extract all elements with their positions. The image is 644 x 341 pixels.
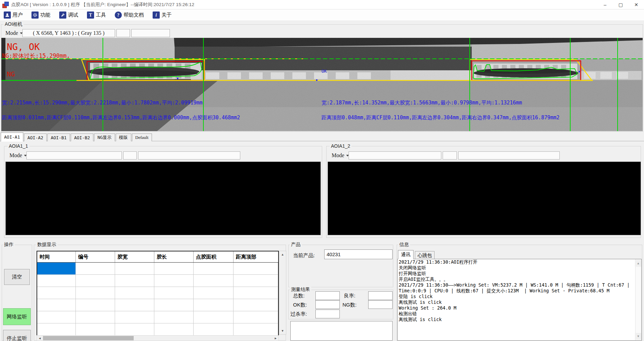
- table-cell[interactable]: [194, 323, 234, 336]
- table-cell[interactable]: [115, 287, 154, 299]
- panel-left-image-view[interactable]: [5, 162, 321, 235]
- total-count-field[interactable]: [315, 291, 340, 300]
- table-cell[interactable]: [76, 323, 115, 336]
- ok-count-field[interactable]: [315, 300, 340, 309]
- table-cell[interactable]: [76, 311, 115, 323]
- toolbar-item-function[interactable]: 功能: [30, 10, 51, 20]
- yield-rate-field[interactable]: [368, 291, 393, 300]
- table-cell[interactable]: [37, 299, 76, 311]
- app-window: { "window": { "title": "点胶AOI [ Version …: [0, 0, 644, 341]
- table-cell[interactable]: [37, 323, 76, 336]
- data-table: 时间 编号 胶宽 胶长 点胶面积 距离顶部: [37, 251, 279, 336]
- table-cell[interactable]: [234, 263, 278, 275]
- table-cell[interactable]: [234, 323, 278, 336]
- tab-aoi-a1[interactable]: AOI-A1: [1, 132, 23, 142]
- tab-comm[interactable]: 通讯: [398, 250, 414, 259]
- toolbar-item-help[interactable]: ? 帮助文档: [114, 10, 145, 20]
- operation-group-label: 操作: [3, 242, 15, 248]
- table-cell[interactable]: [37, 311, 76, 323]
- window-controls: – ▢ ✕: [597, 0, 644, 9]
- table-cell[interactable]: [154, 299, 194, 311]
- table-cell[interactable]: [194, 311, 234, 323]
- comm-log[interactable]: 2021/7/29 11:36:30:AOI程序打开 关闭网络监听 打开网络监听…: [397, 259, 642, 341]
- toolbar-item-debug[interactable]: 调试: [58, 10, 79, 20]
- panel-right-mode-dropdown[interactable]: Mode: [330, 151, 351, 160]
- tab-template[interactable]: 模版: [116, 133, 131, 141]
- column-header-glue-area[interactable]: 点胶面积: [194, 251, 234, 262]
- table-cell[interactable]: [115, 275, 154, 287]
- column-header-time[interactable]: 时间: [37, 251, 76, 262]
- panel-right-image-view[interactable]: [328, 162, 641, 235]
- table-cell[interactable]: [115, 299, 154, 311]
- scroll-up-icon[interactable]: ▲: [635, 260, 642, 267]
- user-icon: [4, 11, 11, 19]
- scroll-right-icon[interactable]: ►: [273, 336, 279, 341]
- panel-right-label: AOIA1_2: [330, 143, 352, 149]
- column-header-distance-top[interactable]: 距离顶部: [234, 251, 278, 262]
- camera-image[interactable]: NG, OK NG:胶体过长:15.290mm, NG OK 宽:2.215mm…: [1, 38, 643, 131]
- table-cell[interactable]: [154, 263, 194, 275]
- tab-aoi-a2[interactable]: AOI-A2: [24, 133, 47, 141]
- table-cell[interactable]: [154, 287, 194, 299]
- info-group-label: 信息: [398, 242, 410, 248]
- scroll-up-icon[interactable]: ▲: [279, 251, 286, 258]
- column-header-glue-length[interactable]: 胶长: [154, 251, 194, 262]
- scrollbar-thumb[interactable]: [43, 336, 134, 340]
- log-line: 检测出错: [398, 311, 641, 317]
- toolbar-item-about[interactable]: i 关于: [152, 10, 173, 20]
- stop-listen-button[interactable]: 停止监听: [3, 330, 31, 341]
- log-line: 离线测试 is click: [398, 299, 641, 305]
- log-scrollbar[interactable]: ▲ ▼: [635, 259, 641, 340]
- scroll-down-icon[interactable]: ▼: [279, 327, 286, 334]
- table-cell[interactable]: [194, 275, 234, 287]
- table-cell[interactable]: [194, 299, 234, 311]
- table-cell[interactable]: [194, 287, 234, 299]
- tab-aoi-b2[interactable]: AOI-B2: [71, 133, 93, 141]
- table-cell[interactable]: [76, 263, 115, 275]
- tab-aoi-b1[interactable]: AOI-B1: [47, 133, 70, 141]
- tab-ng-display[interactable]: NG显示: [94, 133, 115, 141]
- toolbar-item-user[interactable]: 用户: [3, 10, 24, 20]
- ng-count-field[interactable]: [368, 300, 393, 309]
- table-cell[interactable]: [76, 299, 115, 311]
- table-cell[interactable]: [234, 311, 278, 323]
- table-vertical-scrollbar[interactable]: ▲ ▼: [279, 251, 286, 335]
- table-cell[interactable]: [76, 275, 115, 287]
- table-cell[interactable]: [234, 299, 278, 311]
- right-measure-line2: 距离顶部0.048mm,距离CF层0.110mm,距离左边界0.304mm,距离…: [321, 115, 559, 121]
- table-cell[interactable]: [76, 287, 115, 299]
- overkill-rate-field[interactable]: [315, 310, 340, 318]
- minimize-button[interactable]: –: [597, 0, 613, 9]
- ng-text: NG: [7, 70, 15, 78]
- table-cell-selected[interactable]: [37, 263, 76, 275]
- tab-default[interactable]: Default: [132, 133, 152, 141]
- maximize-button[interactable]: ▢: [613, 0, 628, 9]
- table-horizontal-scrollbar[interactable]: ◄ ►: [37, 335, 279, 341]
- table-cell[interactable]: [115, 323, 154, 336]
- table-cell[interactable]: [154, 311, 194, 323]
- table-cell[interactable]: [154, 275, 194, 287]
- close-button[interactable]: ✕: [628, 0, 644, 9]
- scroll-left-icon[interactable]: ◄: [37, 336, 43, 341]
- table-cell[interactable]: [234, 275, 278, 287]
- table-cell[interactable]: [194, 263, 234, 275]
- right-measure-line1: 宽:2.187mm,长:14.352mm,最大胶宽:1.5663mm,最小:0.…: [321, 100, 522, 106]
- toolbar-item-label: 关于: [161, 12, 172, 18]
- table-cell[interactable]: [154, 323, 194, 336]
- clear-button[interactable]: 清空: [4, 269, 30, 285]
- column-header-id[interactable]: 编号: [76, 251, 115, 262]
- tab-heartbeat[interactable]: 心跳包: [415, 251, 435, 259]
- result-list-box[interactable]: [290, 321, 393, 341]
- toolbar-item-tools[interactable]: T 工具: [86, 10, 107, 20]
- table-cell[interactable]: [115, 263, 154, 275]
- table-cell[interactable]: [234, 287, 278, 299]
- table-cell[interactable]: [37, 275, 76, 287]
- scroll-down-icon[interactable]: ▼: [635, 333, 642, 340]
- network-listen-button[interactable]: 网络监听: [3, 308, 31, 325]
- column-header-glue-width[interactable]: 胶宽: [115, 251, 154, 262]
- table-cell[interactable]: [115, 311, 154, 323]
- current-product-input[interactable]: 40231: [324, 249, 393, 259]
- camera-mode-dropdown[interactable]: Mode: [3, 29, 25, 37]
- table-cell[interactable]: [37, 287, 76, 299]
- panel-left-mode-dropdown[interactable]: Mode: [7, 151, 29, 160]
